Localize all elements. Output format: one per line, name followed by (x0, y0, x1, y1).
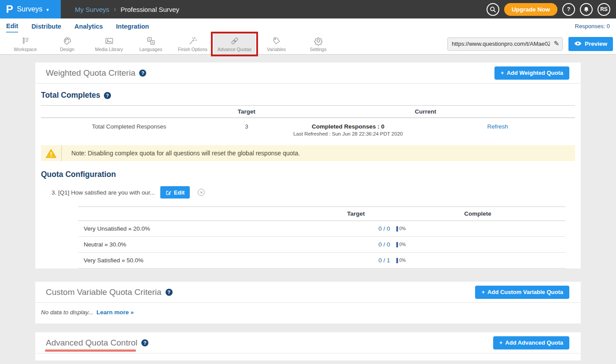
add-custom-variable-quota-button[interactable]: + Add Custom Variable Quota (475, 286, 569, 299)
toolbar-item-finish-options[interactable]: Finish Options (172, 33, 214, 54)
toolbar-item-variables[interactable]: Variables (255, 33, 297, 54)
quota-configuration-table: Target Complete Very Unsatisfied » 20.0%… (78, 206, 565, 268)
section-title: Advanced Quota Control (46, 338, 137, 348)
help-circle-icon[interactable]: ? (139, 70, 146, 77)
table-row: Neutral » 30.0% 0 / 0 0% (78, 237, 565, 253)
note-banner: Note: Disabling complex quota for all qu… (41, 145, 575, 161)
add-custom-variable-quota-label: Add Custom Variable Quota (487, 289, 563, 295)
add-advanced-quota-label: Add Advanced Quota (505, 339, 563, 346)
warning-triangle-icon (41, 145, 62, 161)
percent-value: 0% (399, 242, 406, 247)
answer-option-label: Very Unsatisfied » 20.0% (78, 225, 322, 232)
section-title: Custom Variable Quota Criteria (46, 287, 162, 297)
total-completes-title: Total Completes (41, 91, 100, 100)
question-label: 3. [Q1] How satisfied are you with our..… (52, 189, 155, 196)
tab-edit[interactable]: Edit (6, 20, 18, 33)
total-completed-responses-label: Total Completed Responses (41, 123, 217, 130)
help-circle-icon[interactable]: ? (141, 339, 148, 346)
add-advanced-quota-button[interactable]: + Add Advanced Quota (493, 336, 569, 349)
remove-question-icon[interactable]: × (198, 189, 205, 196)
search-button[interactable] (487, 3, 499, 16)
tab-distribute[interactable]: Distribute (31, 20, 61, 32)
breadcrumb-current-survey: Professional Survey (121, 6, 179, 13)
help-circle-icon[interactable]: ? (166, 289, 173, 296)
percent-value: 0% (399, 258, 406, 263)
notifications-button[interactable] (580, 3, 593, 16)
edit-toolbar: Workspace Design Media Library 文 (0, 33, 616, 55)
plus-icon: + (499, 339, 503, 346)
advanced-quota-header: Advanced Quota Control ? + Add Advanced … (35, 332, 581, 353)
topbar-actions: Upgrade Now ? RS (487, 3, 616, 16)
progress-bar (396, 258, 398, 263)
question-row: 3. [Q1] How satisfied are you with our..… (52, 186, 575, 199)
svg-text:文: 文 (148, 37, 151, 40)
advanced-quota-title-row: Advanced Quota Control ? (46, 338, 148, 348)
translate-icon: 文 A (146, 36, 156, 46)
advanced-quota-card: Advanced Quota Control ? + Add Advanced … (35, 332, 581, 360)
tab-integration[interactable]: Integration (116, 20, 149, 32)
no-data-text: No data to display... (41, 309, 93, 316)
magic-wand-icon (188, 36, 198, 46)
tag-icon (272, 36, 281, 46)
edit-button-label: Edit (174, 189, 185, 196)
edit-question-button[interactable]: Edit (160, 186, 190, 199)
toolbar-item-label: Advance Quotas (218, 47, 252, 52)
refresh-link[interactable]: Refresh (487, 123, 508, 130)
total-completes-table-header: Target Current (41, 105, 575, 118)
quota-target-value[interactable]: 0 / 1 (322, 257, 390, 264)
toolbar-item-media-library[interactable]: Media Library (88, 33, 130, 54)
search-icon (490, 6, 496, 13)
plus-icon: + (481, 289, 485, 295)
answer-option-label: Neutral » 30.0% (78, 241, 322, 248)
annotation-underline (45, 349, 136, 352)
toolbar-item-label: Settings (310, 47, 327, 52)
total-completes-table: Target Current Total Completed Responses… (41, 105, 575, 143)
section-title: Weighted Quota Criteria (46, 68, 135, 78)
edit-url-icon[interactable]: ✎ (553, 40, 559, 48)
answer-option-label: Very Satisfied » 50.0% (78, 257, 322, 264)
add-weighted-quota-button[interactable]: + Add Weighted Quota (494, 66, 569, 80)
questionpro-logo: P (6, 4, 13, 15)
breadcrumb: My Surveys › Professional Survey (75, 5, 179, 13)
current-cell: Completed Responses : 0 Last Refreshed :… (276, 123, 421, 136)
progress-bar (396, 226, 398, 232)
column-header-target: Target (217, 108, 276, 115)
preview-button[interactable]: Preview (568, 37, 613, 51)
toolbar-item-design[interactable]: Design (46, 33, 88, 54)
quota-table-header: Target Complete (78, 206, 565, 221)
note-text: Note: Disabling complex quota for all qu… (62, 150, 300, 157)
breadcrumb-my-surveys[interactable]: My Surveys (75, 6, 109, 13)
toolbar-item-advance-quotas[interactable]: Advance Quotas (214, 33, 255, 54)
palette-icon (63, 36, 72, 46)
help-circle-icon[interactable]: ? (104, 92, 111, 99)
toolbar-item-label: Design (60, 47, 74, 52)
question-mark-icon: ? (567, 6, 570, 12)
weighted-quota-card: Weighted Quota Criteria ? + Add Weighted… (35, 63, 581, 268)
upgrade-now-button[interactable]: Upgrade Now (504, 3, 557, 16)
workspace-icon (21, 36, 30, 46)
weighted-quota-title-row: Weighted Quota Criteria ? (46, 68, 146, 78)
plus-icon: + (501, 70, 504, 76)
empty-state-row: No data to display... Learn more » (35, 303, 581, 324)
help-button[interactable]: ? (562, 3, 575, 16)
toolbar-item-label: Finish Options (178, 47, 207, 52)
quota-target-value[interactable]: 0 / 0 (322, 225, 390, 232)
toolbar-item-settings[interactable]: Settings (297, 33, 339, 54)
percent-value: 0% (399, 226, 406, 231)
toolbar-item-workspace[interactable]: Workspace (4, 33, 46, 54)
last-refreshed-timestamp: Last Refreshed : Sun Jun 28 22:36:24 PDT… (276, 131, 421, 136)
toolbar-item-label: Languages (140, 47, 162, 52)
toolbar-item-languages[interactable]: 文 A Languages (130, 33, 172, 54)
learn-more-link[interactable]: Learn more » (96, 309, 134, 316)
table-row: Very Satisfied » 50.0% 0 / 1 0% (78, 253, 565, 268)
quota-configuration-title: Quota Configuration (41, 170, 116, 179)
tab-analytics[interactable]: Analytics (74, 20, 103, 32)
quota-target-value[interactable]: 0 / 0 (322, 241, 390, 248)
complete-cell: 0% (390, 258, 565, 263)
total-completes-heading: Total Completes ? (41, 91, 575, 100)
column-header-current: Current (276, 108, 575, 115)
avatar[interactable]: RS (598, 3, 610, 16)
survey-url-input[interactable] (447, 37, 563, 51)
surveys-menu[interactable]: P Surveys ▾ (0, 0, 61, 18)
table-row: Very Unsatisfied » 20.0% 0 / 0 0% (78, 221, 565, 237)
